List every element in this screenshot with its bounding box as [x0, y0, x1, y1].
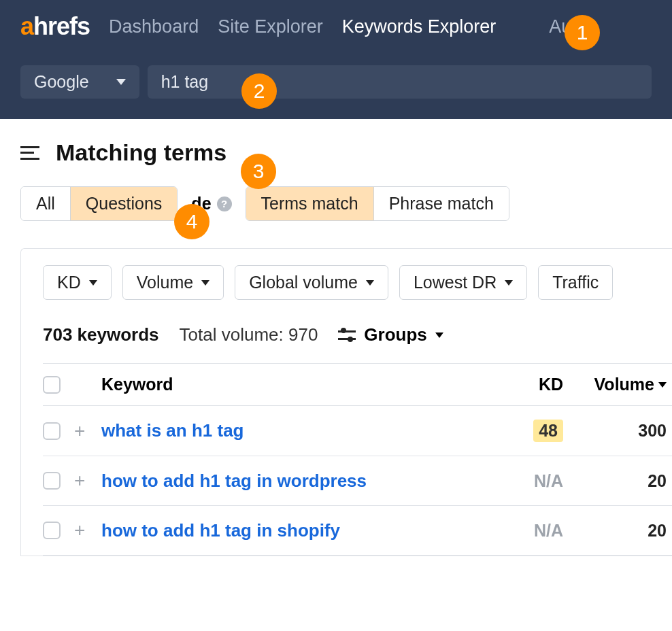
filter-lowest-dr[interactable]: Lowest DR: [399, 265, 527, 300]
search-engine-select[interactable]: Google: [20, 65, 139, 99]
table-body: +what is an h1 tag48300+how to add h1 ta…: [43, 406, 672, 556]
tab-all[interactable]: All: [21, 187, 71, 220]
chevron-down-icon: [201, 280, 209, 286]
column-volume[interactable]: Volume: [563, 375, 672, 394]
annotation-badge-4: 4: [174, 204, 209, 239]
keyword-link[interactable]: what is an h1 tag: [101, 420, 244, 441]
kd-badge: 48: [533, 420, 563, 442]
nav-keywords-explorer[interactable]: Keywords Explorer: [342, 16, 497, 37]
row-checkbox[interactable]: [43, 472, 61, 490]
keyword-link[interactable]: how to add h1 tag in wordpress: [101, 471, 367, 491]
tab-questions[interactable]: Questions: [71, 187, 178, 220]
match-type-tabs: Terms match Phrase match: [246, 186, 509, 221]
keyword-search-input[interactable]: [148, 65, 652, 99]
select-all-checkbox[interactable]: [43, 376, 61, 394]
result-type-tabs: All Questions: [20, 186, 178, 221]
table-row: +what is an h1 tag48300: [43, 406, 672, 456]
filter-kd[interactable]: KD: [43, 265, 112, 300]
keyword-link[interactable]: how to add h1 tag in shopify: [101, 520, 340, 541]
nav-dashboard[interactable]: Dashboard: [109, 16, 199, 37]
volume-value: 20: [648, 471, 667, 491]
nav-site-explorer[interactable]: Site Explorer: [218, 16, 323, 37]
chevron-down-icon: [505, 280, 513, 286]
groups-label: Groups: [364, 324, 426, 345]
kd-na: N/A: [534, 521, 563, 540]
row-checkbox[interactable]: [43, 522, 61, 539]
volume-value: 300: [638, 421, 667, 441]
chevron-down-icon: [435, 332, 443, 338]
content-area: Matching terms All Questions de ? Terms …: [0, 119, 672, 556]
annotation-badge-2: 2: [241, 73, 277, 109]
page-title-row: Matching terms: [20, 139, 672, 166]
expand-icon[interactable]: +: [74, 470, 85, 491]
table-row: +how to add h1 tag in wordpressN/A20: [43, 456, 672, 506]
filter-row: KD Volume Global volume Lowest DR Traffi…: [43, 265, 672, 300]
filter-volume[interactable]: Volume: [122, 265, 224, 300]
search-row: Google: [20, 65, 652, 99]
logo[interactable]: ahrefs: [20, 12, 90, 41]
column-keyword[interactable]: Keyword: [101, 375, 495, 394]
total-volume: Total volume: 970: [180, 324, 318, 345]
menu-icon[interactable]: [20, 146, 39, 160]
expand-icon[interactable]: +: [74, 519, 85, 541]
kd-na: N/A: [534, 471, 563, 490]
chevron-down-icon: [116, 79, 126, 85]
chevron-down-icon: [89, 280, 97, 286]
nav-row: ahrefs Dashboard Site Explorer Keywords …: [20, 12, 652, 41]
tab-terms-match[interactable]: Terms match: [246, 187, 374, 220]
logo-first-letter: a: [20, 12, 33, 40]
logo-rest: hrefs: [33, 12, 90, 40]
results-panel: KD Volume Global volume Lowest DR Traffi…: [20, 248, 672, 556]
stats-row: 703 keywords Total volume: 970 Groups: [43, 324, 672, 345]
filter-global-volume[interactable]: Global volume: [235, 265, 388, 300]
table-row: +how to add h1 tag in shopifyN/A20: [43, 506, 672, 556]
search-engine-label: Google: [34, 72, 89, 92]
table-header: Keyword KD Volume: [43, 363, 672, 406]
chevron-down-icon: [366, 280, 374, 286]
row-checkbox[interactable]: [43, 422, 61, 440]
keyword-count: 703 keywords: [43, 324, 159, 345]
sliders-icon: [338, 328, 356, 342]
groups-button[interactable]: Groups: [338, 324, 443, 345]
annotation-badge-1: 1: [565, 15, 600, 50]
expand-icon[interactable]: +: [74, 420, 85, 441]
help-icon[interactable]: ?: [217, 197, 232, 211]
filter-traffic[interactable]: Traffic: [538, 265, 613, 300]
column-kd[interactable]: KD: [495, 375, 563, 394]
tabs-row: All Questions de ? Terms match Phrase ma…: [20, 186, 672, 221]
annotation-badge-3: 3: [241, 154, 276, 189]
volume-value: 20: [648, 521, 667, 541]
sort-desc-icon: [658, 382, 667, 388]
tab-phrase-match[interactable]: Phrase match: [374, 187, 509, 220]
page-title: Matching terms: [56, 139, 226, 166]
